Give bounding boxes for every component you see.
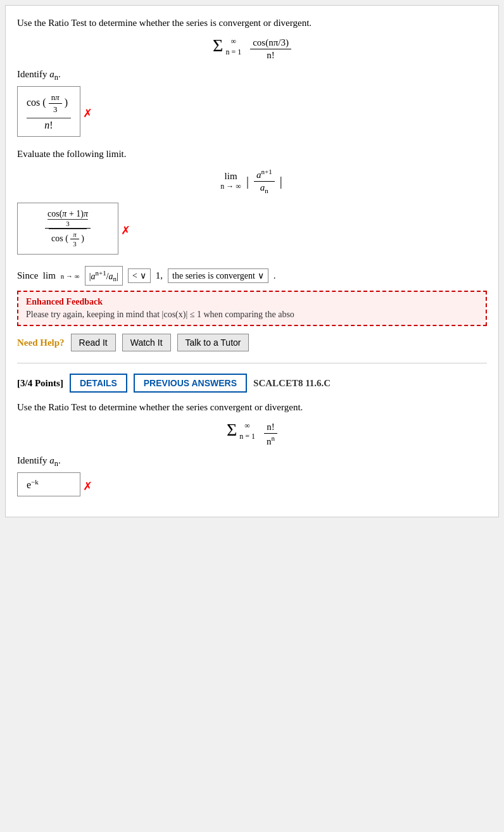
sigma2-symbol: Σ bbox=[227, 421, 237, 439]
since-abs-expr: |an+1/an| bbox=[85, 266, 123, 286]
watch-it-button[interactable]: Watch It bbox=[122, 334, 171, 351]
conclusion-dropdown[interactable]: the series is convergent ∨ bbox=[168, 268, 268, 283]
conclusion-chevron: ∨ bbox=[258, 270, 264, 281]
read-it-button[interactable]: Read It bbox=[71, 334, 116, 351]
limit-answer-num-text: cos(π + 1)π bbox=[47, 209, 88, 218]
limit-den: an bbox=[258, 182, 271, 195]
identify2-answer-row: e−k ✗ bbox=[17, 472, 487, 500]
limit-frac: an+1 an bbox=[254, 167, 275, 195]
limit-answer-cos: cos bbox=[51, 234, 63, 243]
abs-open: | bbox=[246, 174, 249, 189]
identify1-overall-den: n! bbox=[27, 118, 71, 131]
talk-to-tutor-button[interactable]: Talk to a Tutor bbox=[177, 334, 249, 351]
evaluate-label: Evaluate the following limit. bbox=[17, 147, 487, 161]
limit-answer-frac: cos(π + 1)π 3 cos ( π 3 ) bbox=[27, 208, 109, 249]
sigma2-sup: ∞ bbox=[244, 421, 250, 431]
feedback-box: Enhanced Feedback Please try again, keep… bbox=[17, 291, 487, 326]
conclusion-value: the series is convergent bbox=[172, 271, 255, 281]
identify2-exp: −k bbox=[31, 478, 39, 486]
series1-fraction: cos(nπ/3) n! bbox=[250, 37, 291, 61]
since-lim-sub: n → ∞ bbox=[61, 272, 80, 280]
series2-den-base: n bbox=[267, 436, 272, 446]
since-period: . bbox=[274, 270, 276, 281]
problem1-instruction: Use the Ratio Test to determine whether … bbox=[17, 16, 487, 30]
limit-answer-cos-paren: ( bbox=[65, 234, 68, 243]
problem2-section: Use the Ratio Test to determine whether … bbox=[17, 400, 487, 500]
sigma2-sub: n = 1 bbox=[239, 432, 255, 441]
identify1-paren-close: ) bbox=[65, 97, 68, 108]
identify1-inner-frac: nπ 3 bbox=[49, 92, 62, 115]
limit-answer-num: cos(π + 1)π 3 bbox=[45, 208, 91, 229]
points-label: [3/4 Points] bbox=[17, 378, 63, 389]
series1-numerator: cos(nπ/3) bbox=[250, 37, 291, 49]
series2-display: Σ ∞ n = 1 n! nn bbox=[17, 421, 487, 448]
lim-sub: n → ∞ bbox=[220, 182, 241, 191]
previous-answers-button[interactable]: PREVIOUS ANSWERS bbox=[134, 374, 247, 393]
series1-display: Σ ∞ n = 1 cos(nπ/3) n! bbox=[17, 37, 487, 61]
feedback-text: Please try again, keeping in mind that |… bbox=[26, 310, 478, 320]
series2-fraction: n! nn bbox=[264, 421, 277, 448]
limit-answer-box: cos(π + 1)π 3 cos ( π 3 ) bbox=[17, 203, 118, 255]
need-help-label: Need Help? bbox=[17, 337, 65, 348]
since-value: 1, bbox=[156, 270, 163, 281]
feedback-title: Enhanced Feedback bbox=[26, 297, 478, 307]
comparison-value: < bbox=[132, 271, 137, 281]
sigma-sup: ∞ bbox=[231, 37, 237, 46]
need-help-row: Need Help? Read It Watch It Talk to a Tu… bbox=[17, 334, 487, 351]
since-prefix: Since lim bbox=[17, 270, 56, 281]
identify1-answer-row: cos ( nπ 3 ) n! ✗ bbox=[17, 86, 487, 141]
limit-answer-cos-num: π bbox=[70, 230, 79, 239]
identify1-label: Identify an. bbox=[17, 69, 487, 82]
identify1-wrong-icon: ✗ bbox=[83, 106, 92, 120]
series1-denominator: n! bbox=[264, 49, 277, 61]
dropdown-chevron: ∨ bbox=[140, 270, 146, 281]
limit-answer-row: cos(π + 1)π 3 cos ( π 3 ) bbox=[17, 203, 487, 258]
limit-display: lim n → ∞ | an+1 an | bbox=[17, 167, 487, 195]
limit-answer-cos-frac: π 3 bbox=[70, 230, 79, 248]
identify2-answer-box: e−k bbox=[17, 472, 80, 496]
abs-close: | bbox=[280, 174, 282, 189]
identify2-wrong-icon: ✗ bbox=[83, 479, 92, 493]
since-row: Since lim n → ∞ |an+1/an| < ∨ 1, the ser… bbox=[17, 266, 487, 286]
points-bar: [3/4 Points] DETAILS PREVIOUS ANSWERS SC… bbox=[17, 374, 487, 393]
comparison-dropdown[interactable]: < ∨ bbox=[128, 268, 151, 283]
identify2-label: Identify an. bbox=[17, 455, 487, 469]
series2-den-exp: n bbox=[272, 434, 275, 442]
limit-answer-cos-close: ) bbox=[81, 234, 84, 243]
series2-denominator: nn bbox=[264, 434, 277, 448]
sigma-sub: n = 1 bbox=[225, 47, 241, 57]
identify1-frac-den: 3 bbox=[51, 104, 60, 115]
series2-numerator: n! bbox=[264, 421, 277, 434]
identify1-frac-num: nπ bbox=[49, 92, 62, 104]
scalcet-label: SCALCET8 11.6.C bbox=[253, 378, 331, 389]
identify1-cos: cos bbox=[27, 97, 40, 108]
lim-word: lim bbox=[225, 171, 237, 182]
limit-answer-den: cos ( π 3 ) bbox=[49, 229, 87, 249]
identify1-paren-open: ( bbox=[42, 97, 46, 108]
limit-wrong-icon: ✗ bbox=[121, 224, 130, 237]
sigma-symbol: Σ bbox=[213, 37, 223, 54]
problem2-instruction: Use the Ratio Test to determine whether … bbox=[17, 400, 487, 415]
limit-answer-num-den: 3 bbox=[47, 219, 88, 227]
details-button[interactable]: DETAILS bbox=[70, 374, 127, 393]
limit-num: an+1 bbox=[254, 167, 275, 182]
identify1-answer-box: cos ( nπ 3 ) n! bbox=[17, 86, 80, 137]
limit-answer-cos-den: 3 bbox=[70, 239, 79, 248]
